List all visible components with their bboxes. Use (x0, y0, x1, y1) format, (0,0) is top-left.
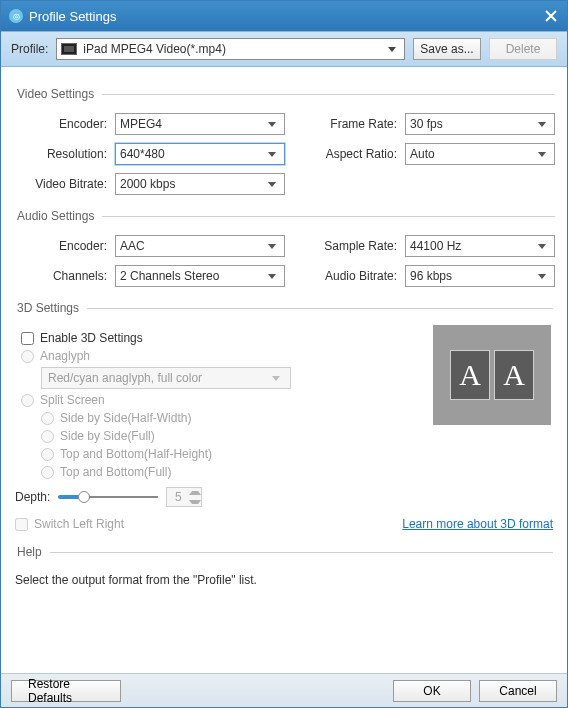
channels-select[interactable]: 2 Channels Stereo (115, 265, 285, 287)
preview-left: A (450, 350, 490, 400)
video-bitrate-select[interactable]: 2000 kbps (115, 173, 285, 195)
anaglyph-mode-select: Red/cyan anaglyph, full color (41, 367, 291, 389)
restore-defaults-button[interactable]: Restore Defaults (11, 680, 121, 702)
anaglyph-radio (21, 350, 34, 363)
help-group: Help Select the output format from the "… (15, 545, 553, 589)
sbs-half-label: Side by Side(Half-Width) (60, 411, 191, 425)
depth-slider[interactable] (58, 490, 158, 504)
audio-settings-group: Audio Settings Encoder: AAC Sample Rate:… (15, 209, 555, 287)
content-area: Video Settings Encoder: MPEG4 Frame Rate… (1, 67, 567, 673)
depth-spinner: 5 (166, 487, 202, 507)
chevron-down-icon (388, 47, 396, 52)
chevron-down-icon (268, 152, 276, 157)
learn-more-link[interactable]: Learn more about 3D format (402, 517, 553, 531)
sbs-full-label: Side by Side(Full) (60, 429, 155, 443)
channels-label: Channels: (15, 269, 115, 283)
app-icon: ◎ (9, 9, 23, 23)
frame-rate-label: Frame Rate: (315, 117, 405, 131)
sbs-full-radio (41, 430, 54, 443)
close-button[interactable] (543, 8, 559, 24)
switch-left-right-label: Switch Left Right (34, 517, 124, 531)
profile-label: Profile: (11, 42, 48, 56)
tab-half-radio (41, 448, 54, 461)
split-screen-label: Split Screen (40, 393, 105, 407)
help-legend: Help (15, 545, 50, 559)
audio-bitrate-label: Audio Bitrate: (315, 269, 405, 283)
chevron-down-icon (538, 152, 546, 157)
enable-3d-label: Enable 3D Settings (40, 331, 143, 345)
preview-right: A (494, 350, 534, 400)
help-text: Select the output format from the "Profi… (15, 571, 553, 589)
frame-rate-select[interactable]: 30 fps (405, 113, 555, 135)
audio-encoder-label: Encoder: (15, 239, 115, 253)
anaglyph-label: Anaglyph (40, 349, 90, 363)
chevron-down-icon (272, 376, 280, 381)
video-bitrate-label: Video Bitrate: (15, 177, 115, 191)
video-settings-group: Video Settings Encoder: MPEG4 Frame Rate… (15, 87, 555, 195)
video-settings-legend: Video Settings (15, 87, 102, 101)
profile-bar: Profile: iPad MPEG4 Video(*.mp4) Save as… (1, 31, 567, 67)
chevron-down-icon (268, 182, 276, 187)
ok-button[interactable]: OK (393, 680, 471, 702)
three-d-settings-group: 3D Settings A A Enable 3D Settings Anagl… (15, 301, 553, 531)
profile-value: iPad MPEG4 Video(*.mp4) (83, 42, 382, 56)
chevron-down-icon (538, 244, 546, 249)
profile-select[interactable]: iPad MPEG4 Video(*.mp4) (56, 38, 405, 60)
aspect-ratio-label: Aspect Ratio: (315, 147, 405, 161)
sample-rate-select[interactable]: 44100 Hz (405, 235, 555, 257)
resolution-select[interactable]: 640*480 (115, 143, 285, 165)
save-as-button[interactable]: Save as... (413, 38, 481, 60)
tab-full-label: Top and Bottom(Full) (60, 465, 171, 479)
spinner-down-icon (189, 497, 201, 506)
audio-encoder-select[interactable]: AAC (115, 235, 285, 257)
three-d-legend: 3D Settings (15, 301, 87, 315)
chevron-down-icon (538, 274, 546, 279)
split-screen-radio (21, 394, 34, 407)
cancel-button[interactable]: Cancel (479, 680, 557, 702)
resolution-label: Resolution: (15, 147, 115, 161)
chevron-down-icon (268, 274, 276, 279)
enable-3d-checkbox[interactable] (21, 332, 34, 345)
tab-full-radio (41, 466, 54, 479)
switch-left-right-checkbox (15, 518, 28, 531)
chevron-down-icon (268, 122, 276, 127)
audio-settings-legend: Audio Settings (15, 209, 102, 223)
chevron-down-icon (538, 122, 546, 127)
titlebar: ◎ Profile Settings (1, 1, 567, 31)
video-encoder-label: Encoder: (15, 117, 115, 131)
footer: Restore Defaults OK Cancel (1, 673, 567, 707)
aspect-ratio-select[interactable]: Auto (405, 143, 555, 165)
device-icon (61, 43, 77, 55)
tab-half-label: Top and Bottom(Half-Height) (60, 447, 212, 461)
sbs-half-radio (41, 412, 54, 425)
spinner-up-icon (189, 488, 201, 497)
three-d-preview: A A (433, 325, 551, 425)
depth-label: Depth: (15, 490, 50, 504)
window-title: Profile Settings (29, 9, 116, 24)
chevron-down-icon (268, 244, 276, 249)
sample-rate-label: Sample Rate: (315, 239, 405, 253)
profile-settings-window: ◎ Profile Settings Profile: iPad MPEG4 V… (0, 0, 568, 708)
audio-bitrate-select[interactable]: 96 kbps (405, 265, 555, 287)
delete-button: Delete (489, 38, 557, 60)
video-encoder-select[interactable]: MPEG4 (115, 113, 285, 135)
